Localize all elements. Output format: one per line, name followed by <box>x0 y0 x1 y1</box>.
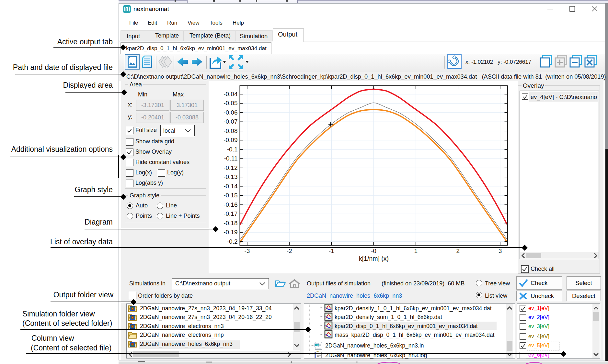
svg-text:-0.17: -0.17 <box>224 210 237 217</box>
svg-text:-0.09: -0.09 <box>224 137 237 143</box>
svg-text:-0.07: -0.07 <box>224 118 237 125</box>
svg-text:-1: -1 <box>329 248 334 254</box>
svg-text:-0.08: -0.08 <box>224 127 237 134</box>
svg-text:-0.16: -0.16 <box>224 201 237 208</box>
svg-text:-0.13: -0.13 <box>224 173 237 180</box>
svg-text:-0.1: -0.1 <box>227 146 238 153</box>
svg-text:1: 1 <box>414 248 418 254</box>
svg-text:-0.06: -0.06 <box>224 109 237 116</box>
svg-text:-0.05: -0.05 <box>224 100 237 106</box>
svg-text:-0.12: -0.12 <box>224 164 237 171</box>
svg-text:-0: -0 <box>371 248 376 254</box>
svg-text:-2: -2 <box>287 248 292 254</box>
svg-text:-0.18: -0.18 <box>224 220 237 226</box>
svg-text:3: 3 <box>499 248 502 254</box>
svg-text:-0.14: -0.14 <box>224 183 238 190</box>
svg-text:-0.19: -0.19 <box>224 229 237 236</box>
svg-text:k[1/nm] (x): k[1/nm] (x) <box>359 255 389 262</box>
svg-text:-0.11: -0.11 <box>224 155 238 162</box>
svg-text:-0.15: -0.15 <box>224 192 237 199</box>
svg-text:2: 2 <box>456 248 460 254</box>
svg-text:-0.04: -0.04 <box>224 91 238 97</box>
svg-text:-3: -3 <box>245 248 250 254</box>
svg-text:-0.2: -0.2 <box>227 238 238 245</box>
